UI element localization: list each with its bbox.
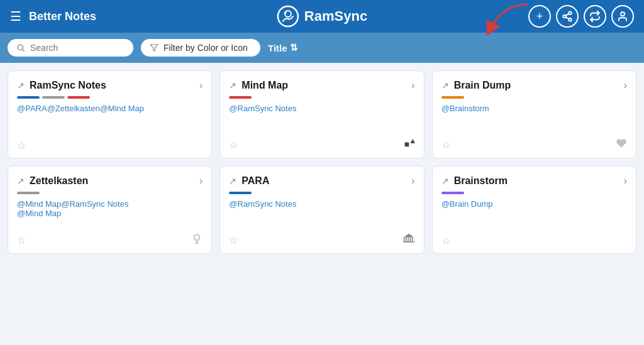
hamburger-icon[interactable]: ☰	[10, 9, 21, 24]
svg-rect-12	[404, 143, 409, 147]
card-header-left: ↗ RamSync Notes	[17, 80, 106, 91]
tags: @Mind Map@RamSync Notes@Mind Map	[17, 199, 203, 218]
user-button[interactable]	[611, 5, 634, 28]
sort-button[interactable]: Title ⇅	[268, 42, 298, 53]
card-ramsync-notes[interactable]: ↗ RamSync Notes › @PARA@Zettelkasten@Min…	[8, 70, 212, 158]
star-icon[interactable]: ☆	[229, 234, 238, 246]
toolbar: Filter by Color or Icon Title ⇅	[0, 33, 644, 63]
card-header: ↗ Mind Map ›	[229, 80, 414, 91]
card-footer-icon	[191, 233, 203, 247]
expand-icon[interactable]: ↗	[441, 80, 449, 90]
svg-rect-15	[403, 238, 404, 242]
svg-marker-11	[150, 45, 158, 52]
card-footer: ☆	[441, 138, 627, 151]
card-title: Brainstorm	[454, 175, 508, 187]
svg-rect-17	[408, 238, 409, 242]
chevron-right-icon[interactable]: ›	[199, 175, 203, 187]
svg-rect-21	[403, 241, 414, 243]
expand-icon[interactable]: ↗	[17, 80, 25, 90]
svg-point-8	[621, 12, 625, 16]
tags: @Brainstorm	[441, 104, 627, 113]
header-center: RamSync	[277, 5, 367, 28]
card-brainstorm[interactable]: ↗ Brainstorm › @Brain Dump ☆	[432, 166, 636, 254]
star-icon[interactable]: ☆	[17, 140, 26, 151]
card-zettelkasten[interactable]: ↗ Zettelkasten › @Mind Map@RamSync Notes…	[8, 166, 212, 254]
chevron-right-icon[interactable]: ›	[199, 80, 203, 91]
tag-text: @RamSync Notes	[229, 199, 414, 209]
filter-icon	[150, 43, 158, 52]
color-bar	[17, 192, 40, 194]
app-title: Better Notes	[29, 10, 96, 23]
card-title: RamSync Notes	[30, 80, 106, 91]
sync-button[interactable]	[584, 5, 606, 28]
star-icon[interactable]: ☆	[229, 139, 238, 151]
tag-text: @Brainstorm	[441, 104, 627, 113]
tag-text: @RamSync Notes	[229, 104, 414, 113]
expand-icon[interactable]: ↗	[229, 80, 236, 90]
card-footer: ☆	[229, 233, 414, 247]
header-right: +	[528, 5, 634, 28]
chevron-right-icon[interactable]: ›	[411, 80, 414, 91]
star-icon[interactable]: ☆	[441, 235, 450, 247]
star-icon[interactable]: ☆	[441, 139, 450, 151]
color-bars	[229, 96, 414, 99]
tag-text: @Mind Map@RamSync Notes	[17, 199, 203, 209]
search-input[interactable]	[30, 43, 118, 53]
sort-icon: ⇅	[290, 42, 298, 53]
header-left: ☰ Better Notes	[10, 9, 96, 24]
share-button[interactable]	[556, 5, 579, 28]
card-para[interactable]: ↗ PARA › @RamSync Notes ☆	[219, 166, 424, 254]
expand-icon[interactable]: ↗	[441, 176, 449, 186]
chevron-right-icon[interactable]: ›	[411, 175, 414, 187]
shapes-icon	[404, 138, 415, 149]
svg-line-6	[565, 17, 569, 19]
card-footer: ☆	[17, 233, 203, 247]
chevron-right-icon[interactable]: ›	[624, 175, 627, 187]
card-title: Zettelkasten	[30, 175, 88, 187]
color-bar	[42, 96, 65, 99]
card-mind-map[interactable]: ↗ Mind Map › @RamSync Notes ☆	[219, 70, 424, 158]
tags: @Brain Dump	[441, 199, 627, 209]
filter-label: Filter by Color or Icon	[164, 43, 248, 53]
svg-marker-20	[403, 234, 413, 238]
tags: @RamSync Notes	[229, 104, 414, 113]
tag-text: @PARA@Zettelkasten@Mind Map	[17, 104, 203, 113]
color-bar	[441, 192, 464, 194]
expand-icon[interactable]: ↗	[17, 176, 25, 186]
logo-text: RamSync	[304, 8, 367, 25]
chevron-right-icon[interactable]: ›	[624, 80, 627, 91]
card-header: ↗ Zettelkasten ›	[17, 175, 203, 187]
card-header-left: ↗ Mind Map	[229, 80, 288, 91]
search-icon	[16, 43, 25, 52]
card-brain-dump[interactable]: ↗ Brain Dump › @Brainstorm ☆	[432, 70, 636, 158]
card-header: ↗ PARA ›	[229, 175, 414, 187]
expand-icon[interactable]: ↗	[229, 176, 236, 186]
color-bar	[441, 96, 464, 99]
color-bars	[441, 96, 627, 99]
color-bar	[229, 192, 252, 194]
sort-label: Title	[268, 43, 287, 53]
color-bar	[229, 96, 252, 99]
card-footer-icon	[402, 233, 415, 247]
arrow-annotation	[484, 1, 534, 36]
tags: @PARA@Zettelkasten@Mind Map	[17, 104, 203, 113]
search-box	[8, 39, 133, 57]
color-bar	[17, 96, 40, 99]
filter-box[interactable]: Filter by Color or Icon	[141, 39, 260, 57]
card-header: ↗ Brain Dump ›	[441, 80, 627, 91]
color-bars	[441, 192, 627, 194]
card-header: ↗ Brainstorm ›	[441, 175, 627, 187]
header: ☰ Better Notes RamSync +	[0, 0, 644, 33]
bulb-icon	[191, 233, 203, 244]
add-button[interactable]: +	[528, 5, 551, 28]
svg-point-2	[284, 11, 287, 14]
card-footer-icon	[616, 138, 627, 151]
card-footer-icon	[404, 138, 415, 151]
svg-line-10	[23, 50, 25, 52]
star-icon[interactable]: ☆	[17, 234, 26, 246]
tag-text: @Brain Dump	[441, 199, 627, 209]
card-title: Brain Dump	[454, 80, 511, 91]
color-bar	[67, 96, 90, 99]
tags: @RamSync Notes	[229, 199, 414, 209]
color-bars	[17, 96, 203, 99]
